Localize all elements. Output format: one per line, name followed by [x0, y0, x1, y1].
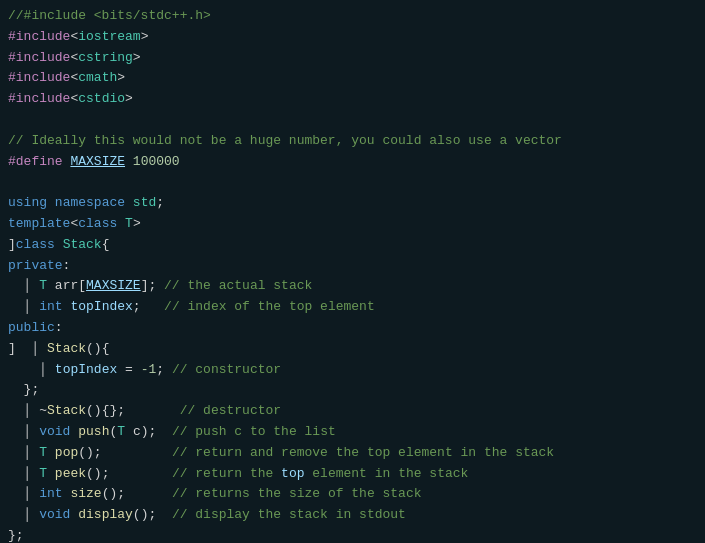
code-line-8: #define MAXSIZE 100000: [0, 152, 705, 173]
code-line-20: │ ~Stack(){}; // destructor: [0, 401, 705, 422]
code-line-22: │ T pop(); // return and remove the top …: [0, 443, 705, 464]
code-line-13: private:: [0, 256, 705, 277]
code-line-7: // Ideally this would not be a huge numb…: [0, 131, 705, 152]
code-line-15: │ int topIndex; // index of the top elem…: [0, 297, 705, 318]
code-line-19: };: [0, 380, 705, 401]
code-line-5: #include<cstdio>: [0, 89, 705, 110]
code-line-2: #include<iostream>: [0, 27, 705, 48]
code-line-4: #include<cmath>: [0, 68, 705, 89]
code-line-1: //#include <bits/stdc++.h>: [0, 6, 705, 27]
code-line-14: │ T arr[MAXSIZE]; // the actual stack: [0, 276, 705, 297]
code-line-23: │ T peek(); // return the top element in…: [0, 464, 705, 485]
code-line-18: │ topIndex = -1; // constructor: [0, 360, 705, 381]
code-line-17: ] │ Stack(){: [0, 339, 705, 360]
code-line-11: template<class T>: [0, 214, 705, 235]
code-line-21: │ void push(T c); // push c to the list: [0, 422, 705, 443]
code-line-3: #include<cstring>: [0, 48, 705, 69]
code-editor: //#include <bits/stdc++.h> #include<iost…: [0, 0, 705, 543]
code-line-26: };: [0, 526, 705, 543]
code-line-12: ]class Stack{: [0, 235, 705, 256]
code-line-24: │ int size(); // returns the size of the…: [0, 484, 705, 505]
code-line-16: public:: [0, 318, 705, 339]
code-line-25: │ void display(); // display the stack i…: [0, 505, 705, 526]
code-line-10: using namespace std;: [0, 193, 705, 214]
code-line-6: [0, 110, 705, 131]
code-line-9: [0, 172, 705, 193]
